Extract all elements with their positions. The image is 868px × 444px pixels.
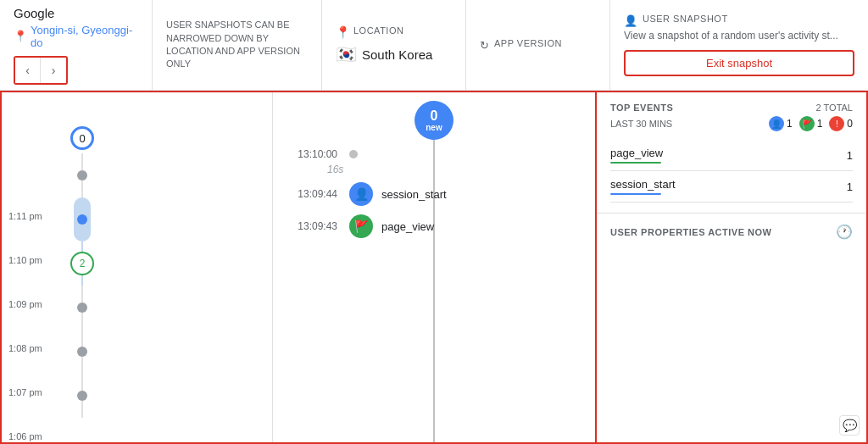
time-label-0	[8, 152, 61, 194]
time-label-3: 1:09 pm	[8, 282, 61, 326]
nav-button-group: ‹ ›	[14, 56, 138, 85]
time1-dot	[349, 150, 358, 158]
session-start-label: session_start	[373, 188, 447, 201]
page-view-icon: 🚩	[349, 214, 373, 238]
duration-label: 16s	[327, 164, 343, 175]
user-properties-section: USER PROPERTIES ACTIVE NOW 🕐 💬	[597, 214, 866, 442]
new-badge-label: new	[426, 123, 442, 132]
narrowed-text: USER SNAPSHOTS CAN BE NARROWED DOWN BY L…	[166, 19, 308, 71]
header-appversion-cell: ↻ APP VERSION	[466, 0, 610, 90]
line-3b	[81, 275, 83, 286]
zero-badge: 0	[70, 126, 94, 150]
dot-row-6	[77, 374, 87, 418]
time-label-6: 1:06 pm	[8, 414, 61, 442]
header-google-cell: Google 📍 Yongin-si, Gyeonggi-do ‹ ›	[0, 0, 153, 90]
location-pin-small: 📍	[336, 25, 350, 39]
event-count-2: 1	[847, 180, 853, 193]
time-label-5: 1:07 pm	[8, 370, 61, 414]
count-1: 1	[787, 118, 793, 130]
total-count: 2 TOTAL	[816, 103, 853, 113]
line-1b	[81, 180, 83, 197]
dot-row-3: 2	[70, 241, 94, 286]
event-name-2: session_start	[610, 178, 676, 191]
event-bar-1	[610, 162, 661, 164]
header-narrowed-cell: USER SNAPSHOTS CAN BE NARROWED DOWN BY L…	[153, 0, 322, 90]
location-label: LOCATION	[353, 25, 403, 36]
event-name-1: page_view	[610, 147, 663, 159]
next-button[interactable]: ›	[41, 58, 66, 83]
time-label-1: 1:11 pm	[8, 194, 61, 238]
header-snapshot-cell: 👤 USER SNAPSHOT View a snapshot of a ran…	[610, 0, 868, 90]
user-icon-blue: 👤	[769, 116, 784, 131]
top-badge-container: 0	[70, 126, 94, 150]
time1-row: 13:10:00	[281, 148, 587, 160]
event-bar-2	[610, 193, 661, 195]
line-4b	[81, 313, 83, 330]
flag-icon-green: 🚩	[799, 116, 815, 131]
time-label-4: 1:08 pm	[8, 326, 61, 370]
two-badge: 2	[70, 252, 94, 275]
event-name-with-bar-1: page_view	[610, 147, 663, 164]
user-props-header: USER PROPERTIES ACTIVE NOW 🕐	[610, 224, 853, 240]
location-country-row: 🇰🇷 South Korea	[336, 44, 452, 64]
timeline-labels: 1:11 pm 1:10 pm 1:09 pm 1:08 pm 1:07 pm …	[2, 92, 61, 442]
page-view-row: 13:09:43 🚩 page_view	[281, 214, 587, 238]
time3-label: 13:09:43	[281, 220, 349, 232]
line-3a	[81, 241, 83, 252]
feedback-icon: 💬	[843, 419, 857, 432]
line-4a	[81, 286, 83, 302]
time-label-2: 1:10 pm	[8, 238, 61, 282]
nav-controls: ‹ ›	[14, 56, 68, 85]
new-badge-count: 0	[431, 109, 438, 123]
top-events-section: TOP EVENTS 2 TOTAL LAST 30 MINS 👤 1 🚩 1 …	[597, 92, 866, 214]
icon-count-1: 👤 1	[769, 116, 793, 131]
user-props-title: USER PROPERTIES ACTIVE NOW	[610, 227, 771, 237]
event-row-1: page_view 1	[610, 140, 853, 171]
exit-snapshot-button[interactable]: Exit snapshot	[624, 50, 854, 76]
page-view-label: page_view	[373, 220, 434, 233]
dot-row-1	[77, 153, 87, 197]
event-row-2: session_start 1	[610, 171, 853, 203]
line-1	[81, 153, 83, 170]
dot-row-5	[77, 330, 87, 374]
count-3: 0	[847, 118, 853, 130]
main-content: 1:11 pm 1:10 pm 1:09 pm 1:08 pm 1:07 pm …	[0, 91, 868, 444]
dot-row-4	[77, 286, 87, 330]
line-5b	[81, 357, 83, 374]
time2-label: 13:09:44	[281, 188, 349, 200]
snapshot-label-row: 👤 USER SNAPSHOT	[624, 14, 854, 27]
time1-label: 13:10:00	[281, 148, 349, 160]
dot-6	[77, 391, 87, 401]
snapshot-description: View a snapshot of a random user's activ…	[624, 29, 854, 43]
icon-count-3: ! 0	[829, 116, 853, 131]
dot-2	[77, 214, 87, 225]
new-badge: 0 new	[415, 101, 453, 140]
location-pin-icon: 📍	[14, 30, 27, 42]
last-30-label: LAST 30 MINS	[610, 119, 672, 129]
icon-count-2: 🚩 1	[799, 116, 823, 131]
left-panel: 1:11 pm 1:10 pm 1:09 pm 1:08 pm 1:07 pm …	[2, 92, 273, 442]
icon-counts: 👤 1 🚩 1 ! 0	[769, 116, 853, 131]
line-6b	[81, 401, 83, 418]
dot-4	[77, 302, 87, 313]
right-panel: TOP EVENTS 2 TOTAL LAST 30 MINS 👤 1 🚩 1 …	[595, 92, 866, 442]
highlighted-row	[74, 197, 91, 241]
appversion-label-row: ↻ APP VERSION	[480, 38, 596, 52]
prev-button[interactable]: ‹	[15, 58, 41, 83]
alert-icon-red: !	[829, 116, 844, 131]
refresh-icon: ↻	[480, 39, 489, 52]
feedback-button[interactable]: 💬	[839, 415, 860, 436]
dot-5	[77, 347, 87, 357]
header: Google 📍 Yongin-si, Gyeonggi-do ‹ › USER…	[0, 0, 868, 91]
location-label-row: 📍 LOCATION	[336, 25, 452, 39]
location-country: South Korea	[362, 47, 432, 62]
event-count-1: 1	[847, 149, 853, 162]
line-5a	[81, 330, 83, 347]
timeline-dots: 0 2	[61, 92, 103, 442]
google-location: 📍 Yongin-si, Gyeonggi-do	[14, 24, 138, 49]
count-2: 1	[817, 118, 823, 130]
last-30-row: LAST 30 MINS 👤 1 🚩 1 ! 0	[610, 116, 853, 131]
session-start-icon: 👤	[349, 182, 373, 206]
history-icon: 🕐	[836, 224, 853, 240]
snapshot-person-icon: 👤	[624, 14, 637, 27]
